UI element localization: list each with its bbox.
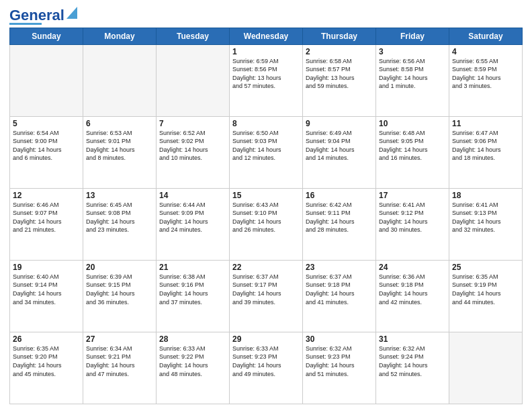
- logo-underline: [9, 23, 42, 25]
- day-number: 22: [232, 263, 300, 272]
- day-number: 3: [379, 47, 446, 56]
- day-number: 7: [159, 119, 226, 128]
- week-row-5: 26Sunrise: 6:35 AM Sunset: 9:20 PM Dayli…: [10, 332, 523, 404]
- day-cell: 16Sunrise: 6:42 AM Sunset: 9:11 PM Dayli…: [303, 188, 376, 260]
- day-cell: 11Sunrise: 6:47 AM Sunset: 9:06 PM Dayli…: [449, 116, 523, 188]
- day-info: Sunrise: 6:36 AM Sunset: 9:18 PM Dayligh…: [379, 273, 446, 306]
- day-info: Sunrise: 6:33 AM Sunset: 9:22 PM Dayligh…: [159, 345, 226, 378]
- day-number: 14: [159, 191, 226, 200]
- week-row-4: 19Sunrise: 6:40 AM Sunset: 9:14 PM Dayli…: [10, 260, 523, 332]
- day-cell: 29Sunrise: 6:33 AM Sunset: 9:23 PM Dayli…: [230, 332, 303, 404]
- day-number: 20: [86, 263, 153, 272]
- day-number: 1: [232, 47, 300, 56]
- logo-triangle-icon: [66, 7, 77, 21]
- day-info: Sunrise: 6:41 AM Sunset: 9:12 PM Dayligh…: [379, 201, 446, 234]
- day-info: Sunrise: 6:40 AM Sunset: 9:14 PM Dayligh…: [13, 273, 80, 306]
- day-info: Sunrise: 6:58 AM Sunset: 8:57 PM Dayligh…: [306, 57, 373, 91]
- day-cell: 4Sunrise: 6:55 AM Sunset: 8:59 PM Daylig…: [449, 44, 523, 116]
- day-number: 10: [379, 119, 446, 128]
- day-cell: 2Sunrise: 6:58 AM Sunset: 8:57 PM Daylig…: [303, 44, 376, 116]
- day-info: Sunrise: 6:46 AM Sunset: 9:07 PM Dayligh…: [13, 201, 80, 234]
- day-cell: 31Sunrise: 6:32 AM Sunset: 9:24 PM Dayli…: [376, 332, 449, 404]
- day-number: 2: [306, 47, 373, 56]
- day-info: Sunrise: 6:54 AM Sunset: 9:00 PM Dayligh…: [13, 129, 80, 163]
- day-cell: 21Sunrise: 6:38 AM Sunset: 9:16 PM Dayli…: [157, 260, 230, 332]
- col-header-wednesday: Wednesday: [230, 28, 303, 44]
- day-number: 23: [306, 263, 373, 272]
- day-info: Sunrise: 6:52 AM Sunset: 9:02 PM Dayligh…: [159, 129, 226, 163]
- day-info: Sunrise: 6:33 AM Sunset: 9:23 PM Dayligh…: [232, 345, 300, 378]
- logo: General: [9, 7, 77, 22]
- day-info: Sunrise: 6:42 AM Sunset: 9:11 PM Dayligh…: [306, 201, 373, 234]
- day-cell: 26Sunrise: 6:35 AM Sunset: 9:20 PM Dayli…: [10, 332, 83, 404]
- day-info: Sunrise: 6:56 AM Sunset: 8:58 PM Dayligh…: [379, 57, 446, 91]
- day-cell: [157, 44, 230, 116]
- col-header-friday: Friday: [376, 28, 449, 44]
- col-header-monday: Monday: [83, 28, 157, 44]
- day-info: Sunrise: 6:41 AM Sunset: 9:13 PM Dayligh…: [452, 201, 519, 234]
- day-info: Sunrise: 6:49 AM Sunset: 9:04 PM Dayligh…: [306, 129, 373, 163]
- day-info: Sunrise: 6:37 AM Sunset: 9:17 PM Dayligh…: [232, 273, 300, 306]
- day-info: Sunrise: 6:37 AM Sunset: 9:18 PM Dayligh…: [306, 273, 373, 306]
- day-cell: 28Sunrise: 6:33 AM Sunset: 9:22 PM Dayli…: [157, 332, 230, 404]
- day-cell: 30Sunrise: 6:32 AM Sunset: 9:23 PM Dayli…: [303, 332, 376, 404]
- day-cell: 18Sunrise: 6:41 AM Sunset: 9:13 PM Dayli…: [449, 188, 523, 260]
- day-number: 31: [379, 334, 446, 344]
- day-cell: 17Sunrise: 6:41 AM Sunset: 9:12 PM Dayli…: [376, 188, 449, 260]
- day-cell: 6Sunrise: 6:53 AM Sunset: 9:01 PM Daylig…: [83, 116, 157, 188]
- day-info: Sunrise: 6:35 AM Sunset: 9:19 PM Dayligh…: [452, 273, 519, 306]
- day-number: 8: [232, 119, 300, 128]
- svg-marker-0: [66, 7, 77, 19]
- day-number: 15: [232, 191, 300, 200]
- day-number: 21: [159, 263, 226, 272]
- day-number: 5: [13, 119, 80, 128]
- day-cell: 9Sunrise: 6:49 AM Sunset: 9:04 PM Daylig…: [303, 116, 376, 188]
- day-info: Sunrise: 6:47 AM Sunset: 9:06 PM Dayligh…: [452, 129, 519, 163]
- day-info: Sunrise: 6:55 AM Sunset: 8:59 PM Dayligh…: [452, 57, 519, 91]
- day-number: 6: [86, 119, 153, 128]
- col-header-saturday: Saturday: [449, 28, 523, 44]
- day-number: 27: [86, 334, 153, 344]
- day-number: 19: [13, 263, 80, 272]
- day-number: 13: [86, 191, 153, 200]
- week-row-2: 5Sunrise: 6:54 AM Sunset: 9:00 PM Daylig…: [10, 116, 523, 188]
- day-info: Sunrise: 6:45 AM Sunset: 9:08 PM Dayligh…: [86, 201, 153, 234]
- col-header-thursday: Thursday: [303, 28, 376, 44]
- day-info: Sunrise: 6:44 AM Sunset: 9:09 PM Dayligh…: [159, 201, 226, 234]
- day-info: Sunrise: 6:39 AM Sunset: 9:15 PM Dayligh…: [86, 273, 153, 306]
- day-number: 25: [452, 263, 519, 272]
- day-cell: 15Sunrise: 6:43 AM Sunset: 9:10 PM Dayli…: [230, 188, 303, 260]
- day-number: 30: [306, 334, 373, 344]
- col-header-tuesday: Tuesday: [157, 28, 230, 44]
- day-cell: 10Sunrise: 6:48 AM Sunset: 9:05 PM Dayli…: [376, 116, 449, 188]
- day-number: 26: [13, 334, 80, 344]
- day-info: Sunrise: 6:38 AM Sunset: 9:16 PM Dayligh…: [159, 273, 226, 306]
- week-row-3: 12Sunrise: 6:46 AM Sunset: 9:07 PM Dayli…: [10, 188, 523, 260]
- day-cell: 25Sunrise: 6:35 AM Sunset: 9:19 PM Dayli…: [449, 260, 523, 332]
- day-info: Sunrise: 6:53 AM Sunset: 9:01 PM Dayligh…: [86, 129, 153, 163]
- day-cell: 22Sunrise: 6:37 AM Sunset: 9:17 PM Dayli…: [230, 260, 303, 332]
- day-info: Sunrise: 6:32 AM Sunset: 9:24 PM Dayligh…: [379, 345, 446, 378]
- day-number: 29: [232, 334, 300, 344]
- day-cell: 3Sunrise: 6:56 AM Sunset: 8:58 PM Daylig…: [376, 44, 449, 116]
- day-info: Sunrise: 6:48 AM Sunset: 9:05 PM Dayligh…: [379, 129, 446, 163]
- day-cell: [10, 44, 83, 116]
- day-number: 12: [13, 191, 80, 200]
- day-number: 4: [452, 47, 519, 56]
- day-info: Sunrise: 6:50 AM Sunset: 9:03 PM Dayligh…: [232, 129, 300, 163]
- col-header-sunday: Sunday: [10, 28, 83, 44]
- day-cell: [83, 44, 157, 116]
- week-row-1: 1Sunrise: 6:59 AM Sunset: 8:56 PM Daylig…: [10, 44, 523, 116]
- day-cell: 12Sunrise: 6:46 AM Sunset: 9:07 PM Dayli…: [10, 188, 83, 260]
- calendar: SundayMondayTuesdayWednesdayThursdayFrid…: [9, 28, 523, 405]
- day-info: Sunrise: 6:34 AM Sunset: 9:21 PM Dayligh…: [86, 345, 153, 378]
- page: General SundayMondayTuesdayWednesdayThur…: [0, 0, 532, 411]
- day-info: Sunrise: 6:43 AM Sunset: 9:10 PM Dayligh…: [232, 201, 300, 234]
- day-number: 16: [306, 191, 373, 200]
- header: General: [9, 7, 523, 22]
- day-cell: [449, 332, 523, 404]
- day-number: 11: [452, 119, 519, 128]
- day-cell: 23Sunrise: 6:37 AM Sunset: 9:18 PM Dayli…: [303, 260, 376, 332]
- logo-general: General: [9, 7, 64, 24]
- day-cell: 14Sunrise: 6:44 AM Sunset: 9:09 PM Dayli…: [157, 188, 230, 260]
